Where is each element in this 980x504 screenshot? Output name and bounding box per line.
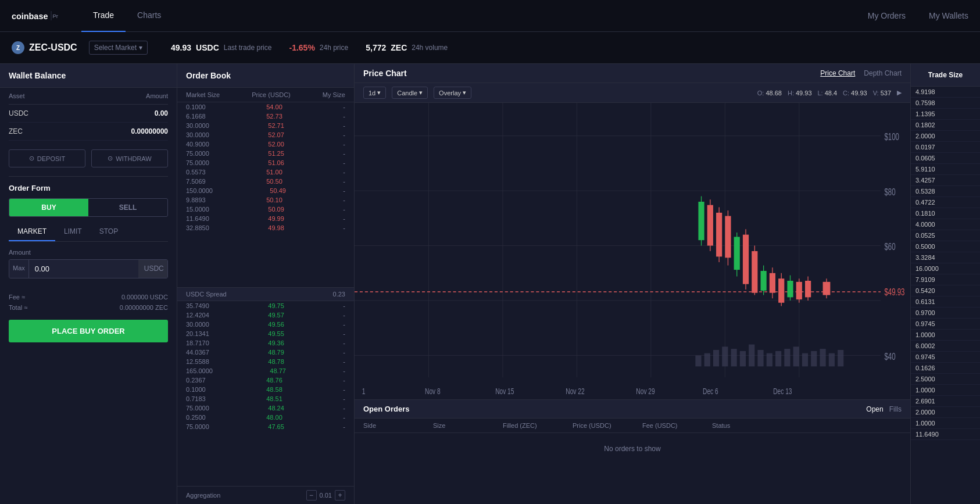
amount-input-row: Max USDC xyxy=(9,259,168,278)
svg-rect-37 xyxy=(775,351,781,366)
buy-row-my-size: - xyxy=(343,349,345,356)
buy-row-price: 48.51 xyxy=(266,395,282,402)
order-book-buy-row[interactable]: 75.0000 47.65 - xyxy=(177,422,354,431)
trade-size: 0.6131 xyxy=(915,298,935,305)
order-book-sell-row[interactable]: 7.5069 50.50 - xyxy=(177,177,354,186)
order-type-market[interactable]: MARKET xyxy=(9,223,55,241)
svg-rect-3 xyxy=(355,103,910,399)
time-period-btn[interactable]: 1d ▾ xyxy=(363,87,386,99)
sell-tab[interactable]: SELL xyxy=(88,199,167,216)
order-type-stop[interactable]: STOP xyxy=(91,223,127,241)
agg-plus-button[interactable]: + xyxy=(335,490,345,501)
buy-row-my-size: - xyxy=(343,312,345,319)
order-book-sell-row[interactable]: 0.1000 54.00 - xyxy=(177,102,354,112)
order-book-buy-row[interactable]: 12.5588 48.78 - xyxy=(177,357,354,366)
overlay-btn[interactable]: Overlay ▾ xyxy=(434,87,471,99)
right-panel: Trade Size 4.91980.75981.13950.18022.000… xyxy=(910,64,980,504)
order-book-sell-row[interactable]: 40.9000 52.00 - xyxy=(177,140,354,149)
my-orders-link[interactable]: My Orders xyxy=(868,11,906,20)
my-wallets-link[interactable]: My Wallets xyxy=(929,11,968,20)
sell-row-price: 50.09 xyxy=(268,206,284,213)
svg-rect-44 xyxy=(838,350,843,366)
select-market-btn[interactable]: Select Market ▾ xyxy=(89,41,148,55)
depth-chart-tab[interactable]: Depth Chart xyxy=(864,69,902,77)
trade-history-row: 0.4722 xyxy=(911,197,980,208)
open-tab[interactable]: Open xyxy=(866,405,883,413)
order-book-sell-row[interactable]: 150.0000 50.49 - xyxy=(177,186,354,195)
order-book-sell-row[interactable]: 11.6490 49.99 - xyxy=(177,214,354,223)
sell-row-my-size: - xyxy=(343,141,345,148)
svg-text:$40: $40 xyxy=(884,351,895,362)
withdraw-button[interactable]: ⊙ WITHDRAW xyxy=(91,149,168,167)
deposit-button[interactable]: ⊙ DEPOSIT xyxy=(9,149,85,167)
place-buy-order-button[interactable]: PLACE BUY ORDER xyxy=(9,320,168,342)
trade-history-row: 0.1810 xyxy=(911,208,980,219)
order-book-buy-row[interactable]: 0.1000 48.58 - xyxy=(177,385,354,394)
trade-history-row: 4.0000 xyxy=(911,219,980,230)
buy-row-price: 48.76 xyxy=(266,377,282,384)
buy-row-size: 30.0000 xyxy=(186,321,209,328)
buy-orders: 35.7490 49.75 - 12.4204 49.57 - 30.0000 … xyxy=(177,301,354,486)
order-book-sell-row[interactable]: 6.1668 52.73 - xyxy=(177,112,354,121)
order-book-sell-row[interactable]: 0.5573 51.00 - xyxy=(177,167,354,177)
buy-row-size: 20.1341 xyxy=(186,330,209,337)
sell-row-my-size: - xyxy=(343,150,345,157)
order-book-sell-row[interactable]: 30.0000 52.71 - xyxy=(177,121,354,130)
nav-tab-charts[interactable]: Charts xyxy=(126,0,173,32)
main-nav-tabs: Trade Charts xyxy=(81,0,173,32)
order-book-sell-row[interactable]: 15.0000 50.09 - xyxy=(177,205,354,214)
trade-history-row: 0.9745 xyxy=(911,352,980,363)
svg-rect-39 xyxy=(793,346,799,366)
buy-tab[interactable]: BUY xyxy=(9,199,88,216)
sell-row-my-size: - xyxy=(343,206,345,213)
market-bar: Z ZEC-USDC Select Market ▾ 49.93 USDC La… xyxy=(0,32,980,64)
overlay-label: Overlay xyxy=(439,90,461,96)
sell-row-size: 15.0000 xyxy=(186,206,209,213)
order-book-sell-row[interactable]: 9.8893 50.10 - xyxy=(177,195,354,205)
order-book-buy-row[interactable]: 165.0000 48.77 - xyxy=(177,366,354,376)
order-book-sell-row[interactable]: 75.0000 51.25 - xyxy=(177,149,354,158)
trade-size: 0.9745 xyxy=(915,320,935,327)
trade-history-rows: 4.91980.75981.13950.18022.00000.01970.06… xyxy=(911,87,980,440)
trade-history-row: 5.9110 xyxy=(911,164,980,175)
amount-input[interactable] xyxy=(29,260,138,278)
trade-history-row: 2.6901 xyxy=(911,396,980,407)
order-book-buy-row[interactable]: 44.0367 48.79 - xyxy=(177,348,354,357)
order-book-buy-row[interactable]: 0.7183 48.51 - xyxy=(177,394,354,403)
oo-col-size: Size xyxy=(433,422,491,429)
order-book-buy-row[interactable]: 18.7170 49.36 - xyxy=(177,338,354,348)
order-book-header: Order Book xyxy=(177,64,354,88)
svg-rect-33 xyxy=(740,351,746,366)
order-book-buy-row[interactable]: 35.7490 49.75 - xyxy=(177,301,354,310)
price-chart-svg: $100 $80 $60 $49.93 $40 1 Nov 8 Nov 15 N… xyxy=(355,103,910,399)
order-book-sell-row[interactable]: 30.0000 52.07 - xyxy=(177,130,354,140)
chart-type-btn[interactable]: Candle ▾ xyxy=(392,87,428,99)
price-chart-tab[interactable]: Price Chart xyxy=(820,69,855,77)
buy-row-size: 75.0000 xyxy=(186,423,209,430)
top-nav: coinbase Pro Trade Charts My Orders My W… xyxy=(0,0,980,32)
order-book-buy-row[interactable]: 75.0000 48.24 - xyxy=(177,403,354,413)
order-book-buy-row[interactable]: 30.0000 49.56 - xyxy=(177,320,354,329)
nav-tab-trade[interactable]: Trade xyxy=(81,0,126,32)
order-book-buy-row[interactable]: 0.2367 48.76 - xyxy=(177,376,354,385)
trade-size: 0.0197 xyxy=(915,144,935,151)
order-book-buy-row[interactable]: 20.1341 49.55 - xyxy=(177,329,354,338)
trade-history-row: 0.0197 xyxy=(911,142,980,153)
ohlcv-c: C: 49.93 xyxy=(843,90,867,96)
order-book-buy-row[interactable]: 12.4204 49.57 - xyxy=(177,310,354,320)
order-type-limit[interactable]: LIMIT xyxy=(55,223,91,241)
order-book-buy-row[interactable]: 0.2500 48.00 - xyxy=(177,413,354,422)
volume-currency: ZEC xyxy=(391,43,407,52)
order-book-sell-row[interactable]: 32.8850 49.98 - xyxy=(177,223,354,233)
fills-tab[interactable]: Fills xyxy=(889,405,902,413)
trade-size: 1.1395 xyxy=(915,110,935,117)
agg-minus-button[interactable]: − xyxy=(306,490,317,501)
svg-rect-30 xyxy=(713,350,719,366)
withdraw-icon: ⊙ xyxy=(108,155,113,162)
order-book-sell-row[interactable]: 75.0000 51.06 - xyxy=(177,158,354,167)
trade-size: 2.6901 xyxy=(915,398,935,405)
spread-value: 0.23 xyxy=(333,291,345,298)
svg-rect-60 xyxy=(761,271,767,291)
chart-expand-icon[interactable]: ▶ xyxy=(897,89,902,96)
aggregation-label: Aggregation xyxy=(186,492,220,499)
